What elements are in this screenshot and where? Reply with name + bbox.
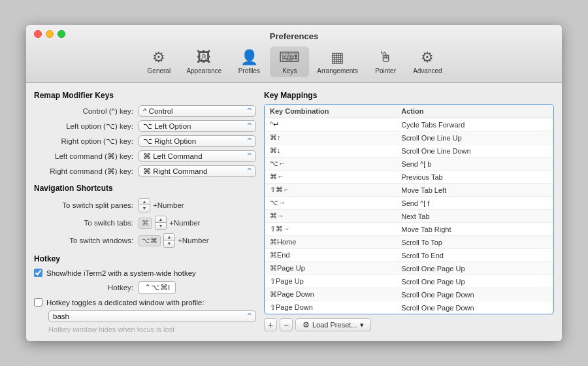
- toolbar-item-arrangements[interactable]: ▦ Arrangements: [310, 46, 365, 77]
- toolbar-item-appearance[interactable]: 🖼 Appearance: [180, 46, 228, 77]
- table-row[interactable]: ⇧⌘← Move Tab Left: [265, 184, 553, 197]
- toolbar-item-keys[interactable]: ⌨ Keys: [270, 46, 309, 77]
- load-preset-arrow-icon: ▾: [360, 321, 364, 329]
- maximize-button[interactable]: [57, 30, 65, 38]
- table-row[interactable]: ⌘← Previous Tab: [265, 171, 553, 184]
- key-table: Key Combination Action ^↵ Cycle Tabs For…: [265, 105, 553, 314]
- switch-split-panes-row: To switch split panes: ▲ ▼ +Number: [34, 198, 256, 212]
- right-option-select[interactable]: ⌥ Right Option: [139, 135, 256, 147]
- key-combination-cell: ⇧⌘→: [265, 223, 396, 236]
- switch-tabs-suffix: +Number: [169, 219, 201, 227]
- hotkey-display[interactable]: ⌃⌥⌘I: [139, 281, 176, 294]
- action-cell: Scroll One Line Up: [396, 131, 553, 144]
- left-option-key-label: Left option (⌥) key:: [34, 122, 139, 131]
- window-title: Preferences: [34, 31, 554, 41]
- toolbar: ⚙ General 🖼 Appearance 👤 Profiles ⌨ Keys…: [34, 46, 554, 82]
- control-key-select-wrapper: ^ Control ⌃: [139, 105, 256, 117]
- key-table-body: ^↵ Cycle Tabs Forward ⌘↑ Scroll One Line…: [265, 118, 553, 314]
- switch-tabs-controls: ⌘ ▲ ▼ +Number: [139, 216, 201, 230]
- action-cell: Scroll One Page Down: [396, 301, 553, 314]
- right-option-key-label: Right option (⌥) key:: [34, 137, 139, 146]
- table-row[interactable]: ⌘Page Up Scroll One Page Up: [265, 262, 553, 275]
- table-row[interactable]: ⌘Home Scroll To Top: [265, 236, 553, 249]
- switch-windows-modifier: ⌥⌘: [139, 235, 161, 246]
- switch-tabs-stepper[interactable]: ▲ ▼: [155, 216, 167, 230]
- profile-select[interactable]: bash: [48, 310, 256, 322]
- switch-windows-stepper-up[interactable]: ▲: [164, 234, 174, 241]
- action-cell: Send ^[ b: [396, 158, 553, 171]
- hotkey-checkbox1[interactable]: [34, 269, 42, 277]
- pointer-label: Pointer: [375, 67, 396, 75]
- navigation-section-title: Navigation Shortcuts: [34, 184, 256, 193]
- toolbar-item-pointer[interactable]: 🖱 Pointer: [366, 46, 405, 77]
- remove-mapping-button[interactable]: −: [280, 318, 293, 331]
- hotkey-checkbox1-label: Show/hide iTerm2 with a system-wide hotk…: [46, 269, 196, 277]
- right-panel: Key Mappings Key Combination Action ^↵ C…: [264, 91, 554, 333]
- right-command-key-label: Right command (⌘) key:: [34, 167, 139, 176]
- control-key-label: Control (^) key:: [34, 107, 139, 115]
- key-combination-cell: ⌥←: [265, 158, 396, 171]
- switch-windows-stepper-down[interactable]: ▼: [164, 241, 174, 247]
- split-panes-suffix: +Number: [153, 201, 184, 209]
- switch-windows-stepper[interactable]: ▲ ▼: [163, 233, 175, 248]
- left-option-select-wrapper: ⌥ Left Option ⌃: [139, 120, 256, 132]
- table-row[interactable]: ⇧Page Down Scroll One Page Down: [265, 301, 553, 314]
- table-row[interactable]: ⌘End Scroll To End: [265, 249, 553, 262]
- table-row[interactable]: ^↵ Cycle Tabs Forward: [265, 118, 553, 131]
- titlebar: Preferences ⚙ General 🖼 Appearance 👤 Pro…: [26, 25, 562, 83]
- hotkey-value-row: Hotkey: ⌃⌥⌘I: [34, 281, 256, 294]
- split-panes-stepper-down[interactable]: ▼: [139, 205, 150, 212]
- general-icon: ⚙: [152, 49, 165, 66]
- close-button[interactable]: [34, 30, 42, 38]
- split-panes-stepper[interactable]: ▲ ▼: [139, 198, 150, 212]
- action-cell: Move Tab Left: [396, 184, 553, 197]
- key-combination-cell: ⌘Home: [265, 236, 396, 249]
- control-key-row: Control (^) key: ^ Control ⌃: [34, 105, 256, 117]
- hotkey-checkbox2-label: Hotkey toggles a dedicated window with p…: [46, 299, 204, 307]
- left-option-select[interactable]: ⌥ Left Option: [139, 120, 256, 132]
- load-preset-button[interactable]: ⚙ Load Preset... ▾: [295, 318, 371, 331]
- toolbar-item-general[interactable]: ⚙ General: [139, 46, 178, 77]
- key-combination-cell: ⇧Page Down: [265, 301, 396, 314]
- action-cell: Scroll One Page Down: [396, 288, 553, 301]
- table-row[interactable]: ⌘Page Down Scroll One Page Down: [265, 288, 553, 301]
- table-row[interactable]: ⌘→ Next Tab: [265, 210, 553, 223]
- keys-icon: ⌨: [279, 49, 300, 66]
- split-panes-stepper-up[interactable]: ▲: [139, 199, 150, 205]
- profile-select-row: bash ⌃: [48, 310, 256, 322]
- left-command-key-row: Left command (⌘) key: ⌘ Left Command ⌃: [34, 150, 256, 162]
- action-cell: Send ^[ f: [396, 197, 553, 210]
- switch-split-panes-label: To switch split panes:: [34, 201, 139, 209]
- switch-windows-label: To switch windows:: [34, 237, 139, 244]
- table-row[interactable]: ⌘↓ Scroll One Line Down: [265, 144, 553, 158]
- hotkey-label: Hotkey:: [34, 284, 139, 291]
- control-key-select[interactable]: ^ Control: [139, 105, 256, 117]
- toolbar-item-advanced[interactable]: ⚙ Advanced: [406, 46, 448, 77]
- key-combination-cell: ⌘←: [265, 171, 396, 184]
- switch-tabs-stepper-up[interactable]: ▲: [155, 216, 166, 223]
- table-row[interactable]: ⌥→ Send ^[ f: [265, 197, 553, 210]
- table-row[interactable]: ⌘↑ Scroll One Line Up: [265, 131, 553, 144]
- left-command-select[interactable]: ⌘ Left Command: [139, 150, 256, 162]
- general-label: General: [148, 67, 171, 75]
- key-combination-cell: ⌘End: [265, 249, 396, 262]
- key-combination-cell: ^↵: [265, 118, 396, 131]
- hotkey-checkbox2[interactable]: [34, 298, 42, 307]
- right-command-select-wrapper: ⌘ Right Command ⌃: [139, 165, 256, 177]
- table-row[interactable]: ⌥← Send ^[ b: [265, 158, 553, 171]
- action-cell: Move Tab Right: [396, 223, 553, 236]
- key-mappings-title: Key Mappings: [264, 91, 554, 100]
- right-command-select[interactable]: ⌘ Right Command: [139, 165, 256, 177]
- left-command-select-wrapper: ⌘ Left Command ⌃: [139, 150, 256, 162]
- add-mapping-button[interactable]: +: [264, 318, 277, 331]
- main-content: Remap Modifier Keys Control (^) key: ^ C…: [26, 83, 562, 341]
- remap-section-title: Remap Modifier Keys: [34, 91, 256, 100]
- table-row[interactable]: ⇧⌘→ Move Tab Right: [265, 223, 553, 236]
- toolbar-item-profiles[interactable]: 👤 Profiles: [229, 46, 269, 77]
- advanced-icon: ⚙: [421, 49, 434, 66]
- table-row[interactable]: ⇧Page Up Scroll One Page Up: [265, 275, 553, 288]
- minimize-button[interactable]: [46, 30, 54, 38]
- hotkey-section-title: Hotkey: [34, 254, 256, 263]
- profiles-icon: 👤: [240, 49, 258, 66]
- switch-tabs-stepper-down[interactable]: ▼: [155, 223, 166, 229]
